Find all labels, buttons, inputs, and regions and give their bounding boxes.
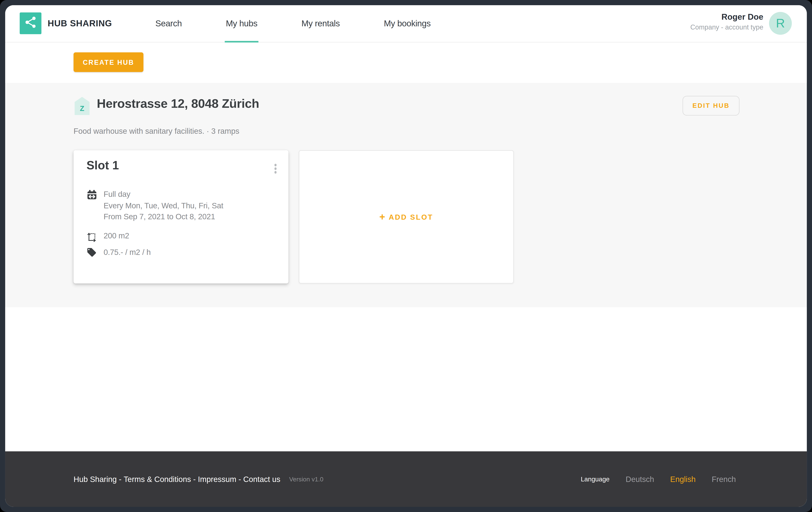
screen: HUB SHARING Search My hubs My rentals My…	[0, 0, 812, 512]
slot-schedule-text: Full day Every Mon, Tue, Wed, Thu, Fri, …	[104, 189, 223, 222]
add-slot-card[interactable]: + ADD SLOT	[299, 150, 514, 284]
version-label: Version v1.0	[289, 476, 323, 483]
language-deutsch[interactable]: Deutsch	[626, 475, 654, 483]
window-frame: HUB SHARING Search My hubs My rentals My…	[0, 0, 812, 512]
slot-schedule-row: Full day Every Mon, Tue, Wed, Thu, Fri, …	[86, 189, 223, 222]
slot-schedule-line3: From Sep 7, 2021 to Oct 8, 2021	[104, 211, 223, 222]
language-english[interactable]: English	[670, 475, 696, 483]
plus-icon: +	[379, 212, 385, 222]
footer-link-terms[interactable]: Terms & Conditions	[124, 475, 191, 483]
price-tag-icon	[86, 247, 97, 259]
create-hub-button[interactable]: CREATE HUB	[74, 52, 144, 72]
footer-link-contact[interactable]: Contact us	[243, 475, 280, 483]
slot-price-text: 0.75.- / m2 / h	[104, 247, 151, 259]
dot	[274, 164, 277, 166]
language-label: Language	[581, 476, 610, 483]
content-spacer	[5, 307, 807, 451]
add-slot-label: ADD SLOT	[389, 213, 433, 221]
add-slot-button[interactable]: + ADD SLOT	[379, 212, 433, 222]
hub-marker-icon: Z	[75, 97, 90, 115]
slot-card: Slot 1	[74, 150, 288, 284]
dot	[274, 167, 277, 170]
footer-left: Hub Sharing - Terms & Conditions - Impre…	[74, 451, 323, 507]
slot-size-text: 200 m2	[104, 230, 129, 242]
footer-link-impressum[interactable]: Impressum	[198, 475, 236, 483]
avatar-initial: R	[776, 16, 785, 31]
header: HUB SHARING Search My hubs My rentals My…	[5, 5, 807, 43]
slot-title: Slot 1	[86, 159, 119, 172]
slot-schedule-line2: Every Mon, Tue, Wed, Thu, Fri, Sat	[104, 200, 223, 211]
footer-separator: -	[117, 475, 124, 483]
edit-hub-button[interactable]: EDIT HUB	[683, 96, 740, 115]
footer-separator: -	[236, 475, 243, 483]
share-icon	[24, 16, 37, 31]
app-window: HUB SHARING Search My hubs My rentals My…	[5, 5, 807, 507]
language-switcher: Language Deutsch English French	[581, 451, 736, 507]
hub-marker-letter: Z	[80, 104, 84, 112]
tab-search[interactable]: Search	[155, 5, 182, 42]
slot-schedule-line1: Full day	[104, 189, 223, 200]
avatar[interactable]: R	[769, 12, 792, 35]
hub-section: Z Herostrasse 12, 8048 Zürich EDIT HUB F…	[5, 83, 807, 307]
slot-price-row: 0.75.- / m2 / h	[86, 247, 151, 259]
brand-title: HUB SHARING	[48, 5, 112, 42]
toolbar: CREATE HUB	[5, 43, 807, 83]
footer: Hub Sharing - Terms & Conditions - Impre…	[5, 451, 807, 507]
footer-link-hub-sharing[interactable]: Hub Sharing	[74, 475, 117, 483]
footer-separator: -	[191, 475, 198, 483]
user-info: Roger Doe Company - account type	[690, 12, 763, 31]
slot-menu-button[interactable]	[273, 162, 278, 175]
user-name: Roger Doe	[690, 12, 763, 22]
language-french[interactable]: French	[712, 475, 736, 483]
tab-my-hubs[interactable]: My hubs	[226, 5, 257, 42]
slot-size-row: 200 m2	[86, 230, 129, 242]
dimensions-icon	[86, 231, 97, 242]
dot	[274, 171, 277, 173]
calendar-range-icon	[86, 189, 97, 200]
user-account-type: Company - account type	[690, 23, 763, 31]
app-logo	[20, 12, 41, 34]
main-nav: Search My hubs My rentals My bookings	[155, 5, 431, 42]
hub-description: Food warhouse with sanitary facilities. …	[74, 127, 239, 135]
hub-title: Herostrasse 12, 8048 Zürich	[97, 97, 259, 111]
tab-my-bookings[interactable]: My bookings	[384, 5, 431, 42]
tab-my-rentals[interactable]: My rentals	[301, 5, 340, 42]
footer-links: Hub Sharing - Terms & Conditions - Impre…	[74, 475, 281, 483]
